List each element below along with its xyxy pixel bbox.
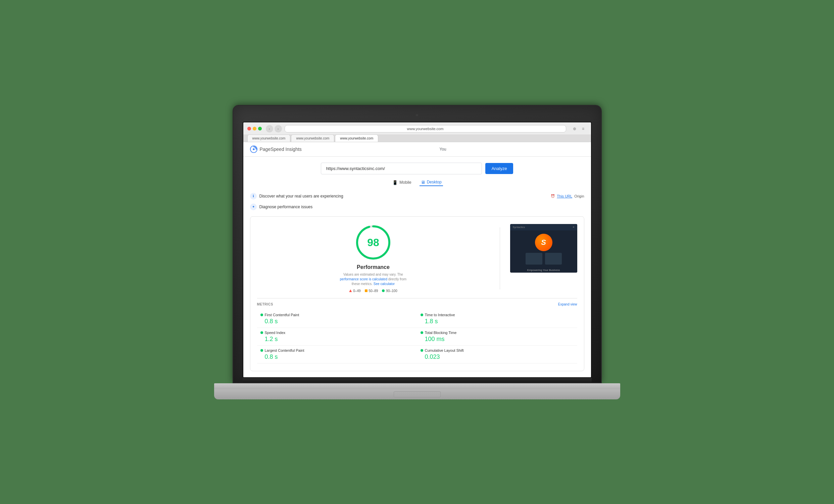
metric-cls-name: Cumulative Layout Shift [420, 348, 574, 352]
address-bar-container: www.yourwebsite.com [285, 125, 566, 133]
syntactics-s-logo: S [535, 234, 552, 251]
psi-logo: PageSpeed Insights [250, 145, 302, 153]
browser-title-bar: ‹ › www.yourwebsite.com ⊕ ≡ [243, 122, 591, 135]
legend-orange: 50–89 [365, 289, 378, 293]
desktop-option[interactable]: 🖥 Desktop [419, 179, 443, 186]
menu-icon[interactable]: ≡ [579, 125, 587, 133]
screenshot-cards [510, 253, 577, 267]
camera-dot [416, 114, 418, 116]
back-button[interactable]: ‹ [266, 125, 273, 133]
syntactics-nav-text: Syntactics [513, 226, 525, 229]
legend-red: 0–49 [349, 289, 360, 293]
diagnose-label: Diagnose performance issues [259, 205, 313, 209]
legend-red-icon [349, 290, 352, 292]
screen-bezel: ‹ › www.yourwebsite.com ⊕ ≡ www.yourwebs… [243, 122, 592, 378]
metric-tti: Time to Interactive 1.8 s [417, 310, 577, 328]
metric-cls: Cumulative Layout Shift 0.023 [417, 346, 577, 364]
metrics-section: METRICS Expand view First Contentful Pai… [257, 298, 577, 364]
metric-si-value: 1.2 s [265, 336, 414, 343]
traffic-lights [247, 127, 262, 131]
mobile-option[interactable]: 📱 Mobile [391, 179, 413, 186]
forward-button[interactable]: › [275, 125, 282, 133]
screenshot-image: Syntactics ≡ S [510, 224, 577, 273]
laptop-base [214, 383, 620, 399]
mobile-icon: 📱 [392, 180, 398, 185]
metric-lcp-value: 0.8 s [265, 353, 414, 361]
metrics-header: METRICS Expand view [257, 302, 577, 306]
legend-0-49: 0–49 [353, 289, 360, 293]
laptop-base-bottom [214, 389, 620, 399]
card-1 [526, 253, 542, 265]
metric-fcp-value: 0.8 s [265, 318, 414, 325]
browser-address-bar[interactable]: www.yourwebsite.com [285, 125, 566, 133]
performance-label: Performance [357, 264, 390, 270]
score-circle: 98 [355, 224, 392, 261]
tab-1[interactable]: www.yourwebsite.com [247, 135, 291, 142]
metric-tbt-value: 100 ms [425, 336, 574, 343]
browser-tabs: www.yourwebsite.com www.yourwebsite.com … [243, 135, 591, 142]
tab-3-active[interactable]: www.yourwebsite.com [335, 135, 378, 142]
metric-si: Speed Index 1.2 s [257, 328, 417, 346]
browser-content: PageSpeed Insights You Analyze 📱 [243, 142, 591, 377]
tab-2[interactable]: www.yourwebsite.com [291, 135, 334, 142]
url-input-row: Analyze [250, 163, 584, 175]
legend-orange-icon [365, 290, 368, 292]
results-panel: 98 Performance Values are estimated and … [250, 216, 584, 371]
metric-fcp-dot [260, 314, 263, 316]
results-main: 98 Performance Values are estimated and … [257, 224, 577, 293]
camera-bar [243, 112, 592, 119]
perf-note: Values are estimated and may vary. The p… [336, 272, 410, 287]
browser-actions: ⊕ ≡ [571, 125, 587, 133]
metric-si-name: Speed Index [260, 330, 414, 335]
origin-tab[interactable]: Origin [574, 194, 584, 198]
screenshot-area: Syntactics ≡ S [510, 224, 577, 293]
mobile-label: Mobile [399, 180, 411, 185]
analyze-button[interactable]: Analyze [485, 163, 513, 174]
metric-lcp-name: Largest Contentful Paint [260, 348, 414, 352]
metric-fcp: First Contentful Paint 0.8 s [257, 310, 417, 328]
svg-point-1 [253, 148, 255, 150]
share-icon[interactable]: ⊕ [571, 125, 578, 133]
legend-50-89: 50–89 [369, 289, 378, 293]
legend-90-100: 90–100 [386, 289, 397, 293]
desktop-icon: 🖥 [421, 180, 425, 185]
legend-row: 0–49 50–89 90–100 [349, 289, 397, 293]
this-url-tab[interactable]: This URL [557, 194, 572, 198]
screenshot-nav-items: ≡ [573, 226, 575, 229]
url-input[interactable] [321, 163, 482, 175]
maximize-button[interactable] [258, 127, 262, 131]
score-number: 98 [367, 236, 379, 249]
metric-tti-value: 1.8 s [425, 318, 574, 325]
browser-nav-buttons: ‹ › [266, 125, 282, 133]
section-discover: ℹ Discover what your real users are expe… [250, 191, 343, 202]
syntactics-logo-area: S [535, 230, 552, 253]
psi-header: PageSpeed Insights You [243, 142, 591, 157]
metric-tti-dot [420, 314, 423, 316]
card-2 [545, 253, 562, 265]
screenshot-top-bar: Syntactics ≡ [510, 224, 577, 230]
url-origin-toggle: ⏰ This URL Origin [551, 194, 584, 198]
diagnose-icon: ✦ [250, 204, 257, 210]
perf-note-prefix: Values are estimated and may vary. The [343, 273, 403, 276]
trackpad[interactable] [394, 391, 441, 397]
perf-score-link[interactable]: performance score is calculated [340, 277, 387, 281]
screenshot-caption: Empowering Your Business [510, 267, 577, 273]
section-diagnose: ✦ Diagnose performance issues [250, 202, 584, 212]
legend-green-icon [382, 290, 385, 292]
performance-score-area: 98 Performance Values are estimated and … [257, 224, 490, 293]
divider [500, 227, 500, 290]
desktop-label: Desktop [427, 180, 442, 184]
minimize-button[interactable] [253, 127, 257, 131]
psi-body: Analyze 📱 Mobile 🖥 Desktop [243, 157, 591, 377]
psi-center-url: You [302, 147, 584, 152]
laptop-base-top [214, 383, 620, 389]
metric-cls-dot [420, 349, 423, 352]
psi-logo-icon [250, 145, 258, 153]
browser-chrome: ‹ › www.yourwebsite.com ⊕ ≡ www.yourwebs… [243, 122, 591, 142]
expand-view-button[interactable]: Expand view [558, 302, 577, 306]
clock-icon: ⏰ [551, 194, 555, 198]
metrics-grid: First Contentful Paint 0.8 s Time to Int… [257, 310, 577, 364]
see-calculator-link[interactable]: See calculator [374, 282, 395, 286]
laptop-hinge [243, 378, 592, 383]
close-button[interactable] [247, 127, 251, 131]
